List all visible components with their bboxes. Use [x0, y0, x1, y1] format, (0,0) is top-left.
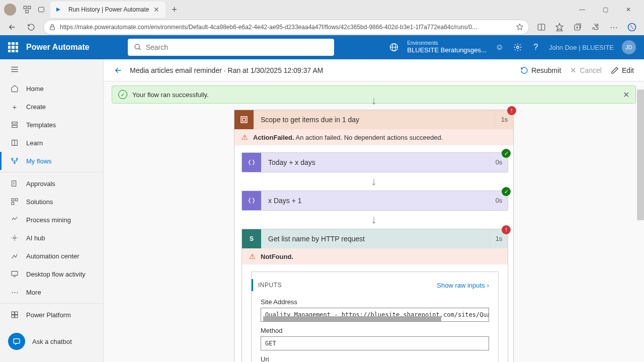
workspaces-icon[interactable]	[22, 5, 32, 15]
step-x-days-plus-1[interactable]: ✓ x Days + 1 0s	[242, 191, 508, 211]
more-icon[interactable]: ⋯	[607, 20, 621, 34]
svg-rect-27	[12, 272, 18, 276]
tab-actions-icon[interactable]	[36, 5, 46, 15]
favorite-star-icon[interactable]	[516, 23, 524, 31]
app-launcher-icon[interactable]	[8, 42, 18, 52]
svg-rect-24	[15, 199, 18, 201]
extensions-icon[interactable]	[589, 20, 603, 34]
chatbot-icon	[8, 333, 25, 350]
warning-icon: ⚠	[249, 252, 256, 260]
solutions-icon	[10, 197, 19, 206]
environment-icon[interactable]	[389, 42, 399, 52]
pencil-icon	[611, 66, 619, 74]
field-label-method: Method	[261, 327, 489, 334]
field-label-uri: Uri	[261, 355, 489, 362]
templates-icon	[10, 120, 19, 129]
svg-point-10	[135, 44, 139, 49]
svg-rect-34	[241, 117, 247, 123]
edit-button[interactable]: Edit	[611, 66, 634, 75]
flows-icon	[10, 156, 19, 165]
flow-canvas[interactable]: ↓ ! Scope to get items due in 1 day 1s ⚠…	[104, 86, 644, 362]
nav-process-mining[interactable]: Process mining	[0, 211, 103, 229]
copilot-icon[interactable]	[625, 20, 639, 34]
approvals-icon	[10, 179, 19, 188]
error-strip: ⚠ ActionFailed. An action failed. No dep…	[234, 129, 513, 145]
step-scope[interactable]: ! Scope to get items due in 1 day 1s ⚠ A…	[234, 110, 514, 362]
address-bar[interactable]: https://make.powerautomate.com/environme…	[43, 20, 529, 35]
step-title: Get list name by HTTP request	[261, 235, 490, 243]
split-screen-icon[interactable]	[534, 20, 548, 34]
search-box[interactable]	[128, 39, 334, 56]
settings-gear-icon[interactable]	[513, 42, 523, 52]
status-error-icon: !	[507, 106, 516, 115]
svg-point-15	[517, 46, 519, 49]
chatbot-button[interactable]: Ask a chatbot	[0, 327, 103, 356]
back-arrow-icon[interactable]	[114, 66, 123, 75]
environment-selector[interactable]: Environments BLUESITE Beratungsges...	[407, 40, 487, 54]
nav-learn[interactable]: Learn	[0, 134, 103, 152]
more-dots-icon: ⋯	[10, 288, 19, 297]
close-window-icon[interactable]: ✕	[617, 2, 640, 18]
close-tab-icon[interactable]: ✕	[153, 6, 159, 14]
chevron-right-icon: ›	[487, 282, 489, 289]
minimize-icon[interactable]: —	[571, 2, 594, 18]
app-title[interactable]: Power Automate	[26, 43, 90, 52]
help-icon[interactable]: ?	[531, 42, 541, 52]
step-http-request[interactable]: ! S Get list name by HTTP request 1s ⚠ N…	[242, 229, 508, 362]
svg-rect-29	[12, 312, 14, 314]
status-ok-icon: ✓	[502, 149, 511, 158]
nav-power-platform[interactable]: Power Platform	[0, 306, 103, 324]
nav-more[interactable]: ⋯More	[0, 283, 103, 301]
flow-arrow-icon: ↓	[234, 92, 514, 110]
favorites-icon[interactable]	[552, 20, 567, 34]
replay-icon	[520, 66, 528, 74]
nav-desktop-flow[interactable]: Desktop flow activity	[0, 265, 103, 283]
svg-rect-3	[39, 7, 44, 12]
profile-avatar-icon[interactable]	[4, 4, 16, 16]
new-tab-button[interactable]: +	[168, 3, 182, 17]
search-input[interactable]	[146, 43, 328, 51]
back-icon[interactable]	[5, 20, 19, 34]
lock-icon	[49, 24, 56, 31]
status-ok-icon: ✓	[502, 187, 511, 196]
feedback-icon[interactable]: ☺	[495, 42, 505, 52]
svg-rect-2	[26, 11, 28, 13]
resubmit-button[interactable]: Resubmit	[520, 66, 561, 75]
svg-rect-25	[12, 202, 14, 205]
show-raw-inputs-link[interactable]: Show raw inputs ›	[437, 282, 489, 289]
step-title: Today + x days	[261, 158, 490, 166]
flow-arrow-icon: ↓	[242, 172, 506, 191]
user-name: John Doe | BLUESITE	[549, 44, 614, 51]
desktop-icon	[10, 269, 19, 279]
collections-icon[interactable]	[571, 20, 585, 34]
url-text: https://make.powerautomate.com/environme…	[60, 24, 477, 31]
svg-rect-23	[12, 199, 14, 201]
svg-rect-0	[24, 6, 26, 9]
status-error-icon: !	[502, 225, 511, 234]
maximize-icon[interactable]: ▢	[594, 2, 617, 18]
vertical-scrollbar[interactable]	[637, 89, 644, 220]
nav-automation-center[interactable]: Automation center	[0, 247, 103, 265]
refresh-icon[interactable]	[24, 20, 38, 34]
nav-templates[interactable]: Templates	[0, 116, 103, 134]
nav-approvals[interactable]: Approvals	[0, 174, 103, 193]
svg-rect-1	[28, 6, 31, 9]
nav-ai-hub[interactable]: AI hub	[0, 229, 103, 247]
ai-icon	[10, 233, 19, 242]
svg-rect-32	[15, 315, 18, 318]
field-value-site[interactable]: Quality_Management - https://bluesite.sh…	[261, 308, 489, 322]
browser-tab[interactable]: Run History | Power Automate ✕	[50, 2, 166, 18]
step-today-plus-x[interactable]: ✓ Today + x days 0s	[242, 152, 508, 172]
nav-home[interactable]: Home	[0, 79, 103, 98]
nav-my-flows[interactable]: My flows	[0, 152, 103, 170]
inputs-title: INPUTS	[258, 282, 282, 289]
flow-arrow-icon: ↓	[242, 211, 506, 229]
user-avatar[interactable]: JD	[622, 40, 636, 54]
browser-chrome: Run History | Power Automate ✕ + — ▢ ✕ h…	[0, 0, 644, 35]
nav-toggle-icon[interactable]	[0, 59, 103, 79]
nav-create[interactable]: +Create	[0, 98, 103, 116]
field-value-method[interactable]: GET	[261, 336, 489, 350]
content-area: Media articles email reminder · Ran at 1…	[104, 59, 644, 362]
svg-point-26	[14, 237, 16, 239]
nav-solutions[interactable]: Solutions	[0, 193, 103, 211]
